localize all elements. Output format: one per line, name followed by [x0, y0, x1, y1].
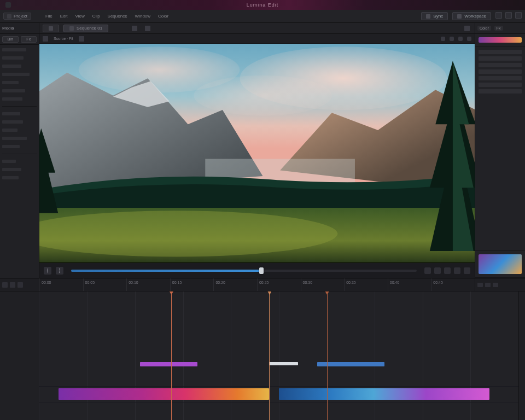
- ruler-label: 00:30: [303, 281, 313, 284]
- media-panel-title: Media: [2, 26, 14, 31]
- menu-color[interactable]: Color: [158, 14, 168, 19]
- snap-icon[interactable]: [477, 283, 483, 287]
- settings-icon[interactable]: [441, 37, 445, 41]
- slider-tint[interactable]: [479, 76, 522, 80]
- media-list[interactable]: [0, 45, 39, 278]
- clip-overlay-1[interactable]: [140, 362, 197, 366]
- timeline-tracks[interactable]: [39, 291, 518, 420]
- menu-edit[interactable]: Edit: [60, 14, 68, 19]
- menu-sequence[interactable]: Sequence: [108, 14, 127, 19]
- marker-button[interactable]: [464, 267, 470, 274]
- list-item[interactable]: [2, 55, 37, 61]
- playhead[interactable]: [171, 291, 172, 420]
- clip-video-2[interactable]: [279, 388, 489, 400]
- play-button[interactable]: [434, 267, 441, 274]
- program-monitor[interactable]: [39, 44, 475, 262]
- maximize-icon[interactable]: [505, 12, 512, 19]
- list-item[interactable]: [2, 127, 37, 133]
- link-icon[interactable]: [485, 283, 491, 287]
- ruler-label: 00:45: [433, 281, 443, 284]
- inspector-tab-color[interactable]: Color: [477, 26, 491, 31]
- center-column: Sequence 01 Source · Fit: [39, 23, 475, 278]
- viewer-tab-label: Sequence 01: [77, 26, 102, 31]
- list-item[interactable]: [2, 88, 37, 94]
- transport-bar: ⟨ ⟩: [39, 262, 475, 278]
- title-bar[interactable]: Lumina Edit: [0, 0, 525, 10]
- viewer-tab-source[interactable]: [43, 25, 59, 32]
- media-panel: Media Bin Fx: [0, 23, 39, 278]
- tool-icon: [464, 26, 470, 31]
- list-item[interactable]: [2, 159, 37, 164]
- cloud-icon: [426, 14, 430, 19]
- menu-window[interactable]: Window: [135, 14, 150, 19]
- menu-clip[interactable]: Clip: [92, 14, 100, 19]
- list-item[interactable]: [2, 167, 37, 172]
- ruler-label: 00:15: [172, 281, 182, 284]
- overlay-icon[interactable]: [450, 37, 454, 41]
- minimize-icon[interactable]: [495, 12, 502, 19]
- marker[interactable]: [327, 291, 328, 420]
- select-tool-icon[interactable]: [2, 282, 8, 288]
- prev-frame-button[interactable]: [424, 267, 431, 274]
- window-controls: [495, 12, 522, 20]
- viewer-tool-2[interactable]: [143, 25, 152, 32]
- safe-icon[interactable]: [458, 37, 463, 41]
- slider-saturation[interactable]: [479, 63, 522, 67]
- media-tab-fx[interactable]: Fx: [21, 36, 37, 43]
- clip-video-1[interactable]: [59, 388, 269, 400]
- scrub-bar[interactable]: [71, 270, 417, 272]
- list-item[interactable]: [2, 111, 37, 116]
- loop-button[interactable]: [454, 267, 460, 274]
- viewer-zoom-icon[interactable]: [79, 36, 84, 42]
- list-item[interactable]: [2, 175, 37, 180]
- scrub-progress: [71, 270, 261, 272]
- list-item[interactable]: [2, 80, 37, 85]
- media-tab-bin[interactable]: Bin: [2, 36, 19, 43]
- track-headers[interactable]: [0, 291, 39, 420]
- ruler-label: 00:20: [215, 281, 225, 284]
- blade-tool-icon[interactable]: [10, 282, 15, 288]
- grid-icon[interactable]: [467, 37, 471, 41]
- mark-out-button[interactable]: ⟩: [56, 267, 63, 275]
- slider-contrast[interactable]: [479, 56, 522, 61]
- slider-exposure[interactable]: [479, 50, 522, 54]
- list-item[interactable]: [2, 119, 37, 125]
- menu-file[interactable]: File: [45, 14, 52, 19]
- tool-icon: [145, 26, 150, 31]
- list-item[interactable]: [2, 136, 37, 141]
- timeline-ruler[interactable]: 00:00 00:05 00:10 00:15 00:20 00:25 00:3…: [39, 278, 475, 291]
- svg-point-3: [194, 75, 332, 116]
- slider-highlights[interactable]: [479, 83, 522, 87]
- viewer-tool-1[interactable]: [130, 25, 139, 32]
- media-panel-header[interactable]: Media: [0, 23, 39, 34]
- workspace-icon: [457, 14, 462, 19]
- workspace-button[interactable]: Workspace: [452, 12, 491, 20]
- viewer-tool-3[interactable]: [463, 25, 471, 32]
- sync-button[interactable]: Sync: [421, 12, 448, 20]
- mark-in-button[interactable]: ⟨: [44, 267, 51, 275]
- zoom-icon[interactable]: [493, 283, 498, 287]
- marker[interactable]: [269, 291, 270, 420]
- menu-view[interactable]: View: [75, 14, 85, 19]
- list-item[interactable]: [2, 47, 37, 52]
- next-frame-button[interactable]: [444, 267, 451, 274]
- list-item[interactable]: [2, 72, 37, 77]
- close-icon[interactable]: [515, 12, 522, 19]
- project-tab[interactable]: Project: [3, 13, 31, 20]
- slip-tool-icon[interactable]: [18, 282, 23, 288]
- viewer-mode-icon[interactable]: [43, 36, 48, 42]
- clip-overlay-2[interactable]: [269, 362, 298, 365]
- slider-shadows[interactable]: [479, 89, 522, 94]
- scrub-handle[interactable]: [259, 267, 264, 274]
- look-gradient[interactable]: [479, 37, 522, 43]
- slider-temp[interactable]: [479, 69, 522, 74]
- viewer-tab-sequence[interactable]: Sequence 01: [63, 25, 108, 32]
- ruler-label: 00:40: [390, 281, 400, 284]
- list-item[interactable]: [2, 63, 37, 69]
- timeline-tools: [0, 278, 39, 291]
- list-item[interactable]: [2, 144, 37, 149]
- inspector-tab-fx[interactable]: Fx: [494, 26, 503, 31]
- ruler-label: 00:05: [85, 281, 95, 284]
- ruler-label: 00:00: [42, 281, 51, 284]
- list-item[interactable]: [2, 96, 37, 102]
